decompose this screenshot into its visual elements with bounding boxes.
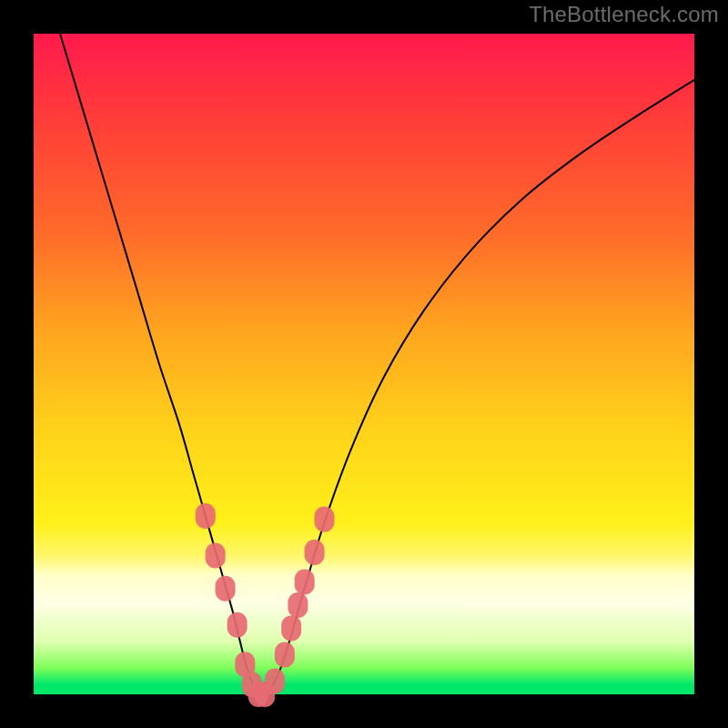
curve-marker <box>281 615 301 641</box>
curve-marker <box>305 540 325 565</box>
curve-marker <box>314 507 334 532</box>
curve-marker <box>275 642 295 667</box>
curve-marker <box>196 503 216 529</box>
bottleneck-curve <box>60 34 694 696</box>
chart-stage: TheBottleneck.com <box>0 0 728 728</box>
curve-marker <box>295 570 315 595</box>
watermark-text: TheBottleneck.com <box>529 2 719 27</box>
plot-area <box>34 34 694 694</box>
curve-marker <box>265 668 285 693</box>
curve-marker <box>216 576 236 602</box>
curve-marker <box>228 612 248 638</box>
curve-marker <box>206 543 226 569</box>
curve-marker <box>288 592 308 618</box>
chart-overlay-svg <box>34 34 694 694</box>
